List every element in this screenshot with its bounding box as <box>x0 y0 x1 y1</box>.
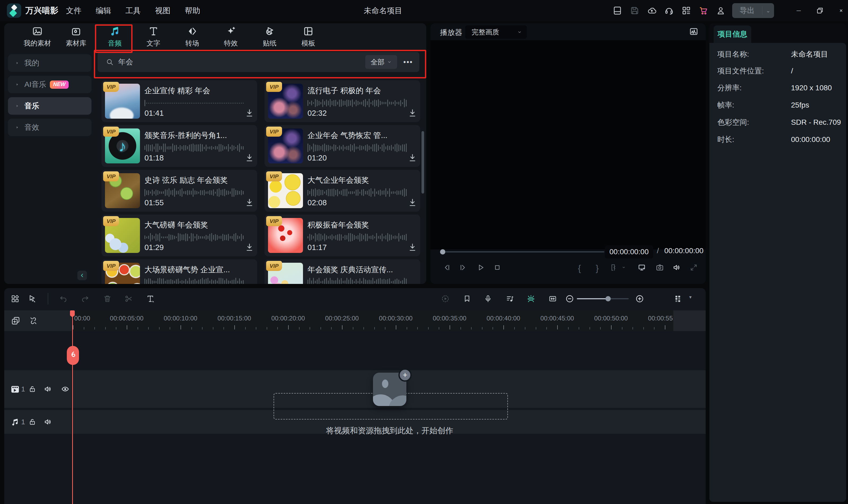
menu-item[interactable]: 视图 <box>148 0 178 21</box>
category-item[interactable]: 音乐 <box>8 97 91 115</box>
volume-icon[interactable] <box>672 263 681 272</box>
export-button[interactable]: 导出 ⌄ <box>732 3 774 18</box>
category-item[interactable]: 我的 <box>8 54 91 72</box>
category-item[interactable]: 音效 <box>8 119 91 136</box>
dual-monitor-icon[interactable] <box>637 263 646 272</box>
download-icon[interactable] <box>245 108 254 119</box>
auto-ripple-button[interactable] <box>526 294 535 303</box>
menu-item[interactable]: 编辑 <box>88 0 118 21</box>
zoom-in-button[interactable] <box>635 294 644 303</box>
playhead-line[interactable] <box>72 310 73 504</box>
media-tab-text[interactable]: 文字 <box>134 23 173 50</box>
support-headset-icon[interactable] <box>664 5 674 16</box>
add-media-plus-icon[interactable]: + <box>398 368 412 382</box>
media-tab-my-media[interactable]: 我的素材 <box>18 23 57 50</box>
audio-lock-icon[interactable] <box>28 418 36 426</box>
cart-icon[interactable] <box>698 5 709 16</box>
download-icon[interactable] <box>245 197 254 208</box>
play-button[interactable] <box>476 263 485 272</box>
download-icon[interactable] <box>408 108 417 119</box>
track-manager-button[interactable] <box>674 294 682 303</box>
results-scrollbar[interactable] <box>421 131 424 194</box>
fit-timeline-button[interactable] <box>548 294 557 303</box>
download-icon[interactable] <box>408 152 417 163</box>
video-visibility-eye-icon[interactable] <box>61 384 70 394</box>
video-lock-icon[interactable] <box>28 385 36 393</box>
current-timecode[interactable]: 00:00:00:00 <box>605 245 653 258</box>
menu-item[interactable]: 工具 <box>118 0 148 21</box>
timeline-ruler[interactable]: 00:00 00:00:05:0000:00:10:0000:00:15:000… <box>72 310 673 331</box>
undo-button[interactable] <box>59 294 68 303</box>
seek-track[interactable] <box>445 251 604 252</box>
render-preview-button[interactable] <box>441 294 450 303</box>
account-icon[interactable] <box>716 5 726 16</box>
media-tab-template[interactable]: 模板 <box>289 23 328 50</box>
export-chevron-icon[interactable]: ⌄ <box>762 7 774 14</box>
music-card[interactable]: VIP企业年会 气势恢宏 管...01:20 <box>264 125 420 167</box>
collapse-sidebar-button[interactable] <box>77 271 87 280</box>
download-icon[interactable] <box>408 197 417 208</box>
music-card[interactable]: VIP大气企业年会颁奖02:08 <box>264 170 420 212</box>
mark-out-button[interactable]: } <box>593 263 602 272</box>
zoom-out-button[interactable] <box>565 294 574 303</box>
add-track-button[interactable] <box>11 316 21 326</box>
media-tab-effects[interactable]: 特效 <box>211 23 250 50</box>
music-card[interactable]: VIP企业宣传 精彩 年会01:41 <box>102 80 257 122</box>
next-frame-button[interactable] <box>458 263 467 272</box>
text-tool-button[interactable] <box>146 294 155 303</box>
close-button[interactable]: ✕ <box>832 0 848 21</box>
cloud-sync-icon[interactable] <box>647 5 657 16</box>
record-voiceover-button[interactable] <box>484 294 492 303</box>
unlink-button[interactable] <box>29 316 38 325</box>
playhead-grip[interactable] <box>67 346 79 365</box>
stop-button[interactable] <box>493 263 502 272</box>
download-icon[interactable] <box>408 242 417 253</box>
media-tab-sticker[interactable]: 贴纸 <box>250 23 289 50</box>
more-options-button[interactable]: ••• <box>397 58 419 66</box>
playback-quality-dropdown[interactable]: 完整画质 <box>465 25 527 39</box>
music-card[interactable]: VIP积极振奋年会颁奖01:17 <box>264 215 420 256</box>
search-filter-dropdown[interactable]: 全部 <box>365 55 397 69</box>
download-icon[interactable] <box>245 242 254 253</box>
music-card[interactable]: VIP流行电子 积极的 年会02:32 <box>264 80 420 122</box>
track-manager-chevron-icon[interactable]: ▾ <box>689 294 698 303</box>
minimize-button[interactable]: — <box>790 0 808 21</box>
delete-button[interactable] <box>103 294 112 303</box>
media-tab-stock-media[interactable]: 素材库 <box>57 23 96 50</box>
video-scopes-icon[interactable] <box>689 26 699 37</box>
marker-button[interactable] <box>463 294 471 303</box>
media-tab-audio[interactable]: 音频 <box>96 23 134 50</box>
redo-button[interactable] <box>81 294 90 303</box>
timeline-zoom-handle[interactable] <box>605 296 611 301</box>
select-tool-button[interactable] <box>28 294 37 303</box>
save-icon[interactable] <box>629 5 640 16</box>
split-preview-chevron-icon[interactable]: ⌄ <box>619 263 628 272</box>
music-card[interactable]: VIP颁奖音乐-胜利的号角1...01:18 <box>102 125 257 167</box>
audio-mute-icon[interactable] <box>44 417 52 427</box>
media-tab-transition[interactable]: 转场 <box>173 23 211 50</box>
split-preview-icon[interactable] <box>609 263 618 272</box>
menu-item[interactable]: 文件 <box>59 0 88 21</box>
music-card[interactable]: VIP史诗 弦乐 励志 年会颁奖01:55 <box>102 170 257 212</box>
music-card[interactable]: VIP大场景磅礴气势 企业宣... <box>102 259 257 284</box>
music-card[interactable]: VIP大气磅礴 年会颁奖01:29 <box>102 215 257 256</box>
video-mute-icon[interactable] <box>44 384 52 394</box>
download-icon[interactable] <box>245 152 254 163</box>
previous-frame-button[interactable] <box>443 263 451 272</box>
tab-project-info[interactable]: 项目信息 <box>714 25 751 43</box>
seek-handle[interactable] <box>440 249 445 254</box>
search-input[interactable]: 年会 <box>118 57 365 67</box>
mark-in-button[interactable]: { <box>575 263 584 272</box>
category-item[interactable]: AI音乐NEW <box>8 76 91 93</box>
audio-mixer-button[interactable] <box>505 294 515 303</box>
music-card[interactable]: VIP年会颁奖 庆典活动宣传... <box>264 259 420 284</box>
split-scissors-button[interactable] <box>124 294 133 303</box>
search-bar[interactable]: 年会 全部 ••• <box>98 52 419 72</box>
timeline-layout-button[interactable] <box>11 294 20 303</box>
panel-layout-icon[interactable] <box>612 5 622 16</box>
maximize-button[interactable] <box>811 0 829 21</box>
fullscreen-icon[interactable] <box>689 263 698 272</box>
apps-grid-icon[interactable] <box>681 5 691 16</box>
menu-item[interactable]: 帮助 <box>178 0 207 21</box>
snapshot-camera-icon[interactable] <box>655 263 664 272</box>
